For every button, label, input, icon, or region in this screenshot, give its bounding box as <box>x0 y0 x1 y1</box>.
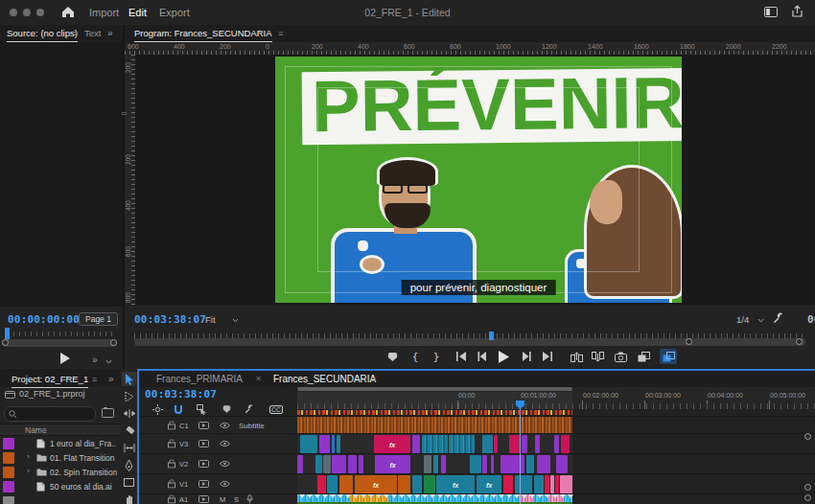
track-mute-button[interactable]: M <box>220 495 225 504</box>
timeline-clip[interactable] <box>555 475 559 493</box>
pen-tool[interactable] <box>122 458 136 472</box>
project-item-row[interactable]: 50 euros al dia.ai <box>0 480 119 494</box>
audio-keyframe-marker[interactable] <box>330 494 336 498</box>
timeline-clip[interactable] <box>537 455 550 473</box>
search-bin-icon[interactable] <box>102 407 114 418</box>
track-header-v2[interactable]: V2 <box>139 453 297 473</box>
audio-keyframe-marker[interactable] <box>460 494 466 498</box>
timeline-clip[interactable] <box>359 455 363 473</box>
audio-keyframe-marker[interactable] <box>361 494 366 498</box>
timeline-clip[interactable]: fx <box>477 475 501 493</box>
timeline-clip[interactable] <box>482 435 493 453</box>
timeline-clip[interactable] <box>526 455 534 473</box>
timeline-scrollbar-thumb[interactable] <box>297 387 572 391</box>
timeline-clip[interactable]: fx <box>374 435 410 453</box>
timeline-clip[interactable] <box>315 455 322 473</box>
timeline-clip[interactable] <box>300 435 317 453</box>
timeline-clip[interactable] <box>556 455 568 473</box>
program-playhead[interactable] <box>489 332 494 340</box>
add-marker-icon[interactable] <box>220 403 233 415</box>
timeline-clip[interactable] <box>398 475 410 493</box>
play-button[interactable] <box>495 349 512 364</box>
home-icon[interactable] <box>61 6 75 18</box>
audio-keyframe-marker[interactable] <box>399 494 405 498</box>
timeline-clip[interactable] <box>323 455 331 473</box>
overflow-caret-icon[interactable] <box>105 359 112 364</box>
panel-menu-icon[interactable]: ≡ <box>73 29 78 38</box>
timeline-clip[interactable] <box>441 455 446 473</box>
audio-keyframe-marker[interactable] <box>491 494 497 498</box>
column-header-name[interactable]: Name <box>0 424 121 436</box>
extract-icon[interactable] <box>589 349 606 364</box>
tab-sequence-primaria[interactable]: Frances_PRIMARIA <box>156 371 243 387</box>
project-item-row[interactable]: ›01. Flat Transition <box>0 451 119 466</box>
audio-keyframe-marker[interactable] <box>430 494 435 498</box>
timeline-clip[interactable] <box>337 435 340 453</box>
track-output-icon[interactable] <box>198 422 209 429</box>
audio-keyframe-marker[interactable] <box>422 494 428 498</box>
track-visibility-eye-icon[interactable] <box>220 441 230 447</box>
close-icon[interactable]: × <box>256 374 261 383</box>
tab-overflow-icon[interactable]: » <box>107 28 113 38</box>
track-header-v3[interactable]: V3 <box>139 433 297 453</box>
track-lock-icon[interactable] <box>168 421 175 429</box>
vertical-scrollbar-handle[interactable] <box>804 433 811 440</box>
hand-tool[interactable] <box>122 492 136 504</box>
audio-keyframe-marker[interactable] <box>499 494 504 498</box>
track-visibility-eye-icon[interactable] <box>220 461 230 468</box>
label-color-swatch[interactable] <box>3 467 14 478</box>
expand-chevron-icon[interactable]: › <box>27 452 30 461</box>
timeline-clip[interactable] <box>412 475 422 493</box>
project-item-row[interactable]: 1 euro al dia_Fra.. <box>0 437 119 451</box>
track-output-icon[interactable] <box>198 460 209 468</box>
chevron-down-icon[interactable] <box>757 318 764 323</box>
timeline-clip[interactable] <box>522 435 527 453</box>
timeline-clip[interactable] <box>560 475 572 493</box>
timeline-clip[interactable] <box>424 455 431 473</box>
slip-tool[interactable] <box>122 441 136 455</box>
audio-keyframe-marker[interactable] <box>453 494 458 498</box>
mark-in-icon[interactable]: { <box>407 349 424 364</box>
audio-keyframe-marker[interactable] <box>468 494 474 498</box>
track-solo-button[interactable]: S <box>234 495 239 504</box>
zoom-level-select[interactable]: Fit <box>205 314 216 325</box>
step-forward-icon[interactable] <box>518 349 535 364</box>
timeline-clip[interactable] <box>491 455 494 473</box>
timeline-clip[interactable]: fx <box>355 475 397 493</box>
audio-keyframe-marker[interactable] <box>407 494 412 498</box>
tab-overflow-icon[interactable]: » <box>108 374 114 384</box>
timeline-clip[interactable] <box>561 435 570 453</box>
captions-cc-icon[interactable]: CC <box>269 403 283 415</box>
source-zoom-scrollbar[interactable] <box>2 339 117 347</box>
audio-keyframe-marker[interactable] <box>568 494 573 498</box>
window-zoom-dot[interactable] <box>36 9 44 16</box>
audio-keyframe-marker[interactable] <box>437 494 443 498</box>
timeline-clip[interactable] <box>433 455 438 473</box>
audio-keyframe-marker[interactable] <box>476 494 481 498</box>
audio-keyframe-marker[interactable] <box>537 494 543 498</box>
scrollbar-left-handle[interactable] <box>2 339 9 346</box>
audio-keyframe-marker[interactable] <box>506 494 512 498</box>
audio-keyframe-marker[interactable] <box>384 494 389 498</box>
track-lock-icon[interactable] <box>168 480 175 489</box>
mark-out-icon[interactable]: } <box>428 349 445 364</box>
track-visibility-eye-icon[interactable] <box>220 481 230 488</box>
timeline-clip[interactable] <box>422 435 448 453</box>
panel-menu-icon[interactable]: ≡ <box>92 375 97 384</box>
project-item-row[interactable]: ›02. Spin Transition <box>0 466 119 480</box>
audio-keyframe-marker[interactable] <box>307 494 313 498</box>
timeline-clip[interactable] <box>535 435 540 453</box>
audio-keyframe-marker[interactable] <box>445 494 451 498</box>
timeline-clip[interactable] <box>503 475 513 493</box>
export-frame-camera-icon[interactable] <box>612 349 629 364</box>
search-input[interactable] <box>4 406 96 422</box>
workspace-icon[interactable] <box>764 7 778 17</box>
audio-keyframe-marker[interactable] <box>338 494 343 498</box>
audio-keyframe-marker[interactable] <box>552 494 558 498</box>
snap-magnet-icon[interactable] <box>172 403 185 415</box>
timeline-clip[interactable] <box>424 475 435 493</box>
source-timecode[interactable]: 00:00:00:00 <box>8 313 80 326</box>
track-lock-icon[interactable] <box>168 440 175 448</box>
program-video-frame[interactable]: PRÉVENIR <box>275 57 682 303</box>
go-to-in-icon[interactable] <box>453 349 470 364</box>
